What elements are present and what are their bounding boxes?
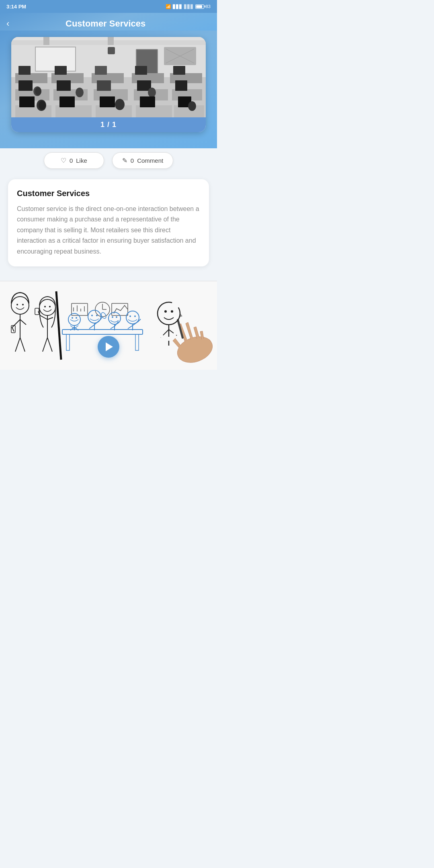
play-button[interactable] <box>98 336 119 358</box>
svg-rect-31 <box>175 80 187 91</box>
svg-point-81 <box>116 316 117 318</box>
svg-point-90 <box>164 310 167 313</box>
svg-rect-28 <box>57 80 71 91</box>
video-section[interactable] <box>0 281 217 370</box>
svg-point-59 <box>49 306 51 307</box>
battery-percent: 83 <box>206 4 211 9</box>
svg-point-48 <box>115 99 125 110</box>
svg-rect-18 <box>55 66 67 75</box>
status-bar: 3:14 PM 📶 ▊▊▊ ▊▊▊ 83 <box>0 0 217 13</box>
svg-rect-43 <box>100 96 115 107</box>
svg-point-58 <box>44 306 46 307</box>
comment-count: 0 <box>131 157 134 164</box>
status-icons: 📶 ▊▊▊ ▊▊▊ 83 <box>166 4 211 9</box>
description-body: Customer service is the direct one-on-on… <box>17 204 200 257</box>
top-section: ‹ Customer Services <box>0 13 217 148</box>
play-icon <box>106 342 113 351</box>
image-placeholder <box>11 37 206 117</box>
svg-point-73 <box>72 317 73 319</box>
page-title: Customer Services <box>12 18 199 29</box>
svg-point-76 <box>91 315 93 316</box>
svg-rect-50 <box>108 47 115 54</box>
svg-point-80 <box>112 316 113 318</box>
video-thumbnail <box>0 281 217 370</box>
svg-point-35 <box>148 88 156 97</box>
svg-rect-42 <box>59 96 75 107</box>
header: ‹ Customer Services <box>0 13 217 31</box>
svg-rect-17 <box>18 66 31 75</box>
like-button[interactable]: ♡ 0 Like <box>44 152 104 169</box>
content-area: Customer Services Customer service is th… <box>0 173 217 274</box>
image-counter: 1 / 1 <box>11 117 206 132</box>
description-card: Customer Services Customer service is th… <box>8 179 209 266</box>
status-time: 3:14 PM <box>6 4 26 10</box>
svg-point-34 <box>76 88 84 97</box>
description-title: Customer Services <box>17 189 200 198</box>
svg-point-49 <box>188 101 196 111</box>
svg-point-91 <box>171 310 173 313</box>
like-count: 0 <box>70 157 73 164</box>
office-image <box>11 37 206 117</box>
back-button[interactable]: ‹ <box>6 17 12 31</box>
svg-point-55 <box>22 304 24 305</box>
svg-point-74 <box>76 317 77 319</box>
svg-point-47 <box>39 101 46 110</box>
signal-icon-2: ▊▊▊ <box>184 4 194 9</box>
svg-rect-20 <box>135 66 147 75</box>
svg-point-83 <box>129 315 131 317</box>
svg-rect-41 <box>19 96 35 107</box>
like-label: Like <box>76 157 87 164</box>
svg-rect-21 <box>173 66 185 75</box>
battery-icon <box>195 4 204 9</box>
svg-rect-29 <box>97 80 111 91</box>
svg-rect-19 <box>95 66 107 75</box>
pencil-icon: ✎ <box>122 157 127 164</box>
svg-rect-27 <box>18 80 33 91</box>
svg-point-77 <box>96 315 98 316</box>
svg-rect-44 <box>140 96 155 107</box>
action-row: ♡ 0 Like ✎ 0 Comment <box>0 144 217 173</box>
heart-icon: ♡ <box>61 157 66 164</box>
wifi-icon: 📶 <box>166 4 171 9</box>
image-section: 1 / 1 <box>0 31 217 148</box>
comment-button[interactable]: ✎ 0 Comment <box>112 152 173 169</box>
image-card: 1 / 1 <box>11 37 206 132</box>
svg-point-84 <box>134 315 136 317</box>
comment-label: Comment <box>137 157 163 164</box>
svg-point-33 <box>35 87 41 95</box>
svg-point-54 <box>16 304 18 305</box>
signal-icon: ▊▊▊ <box>173 4 182 9</box>
